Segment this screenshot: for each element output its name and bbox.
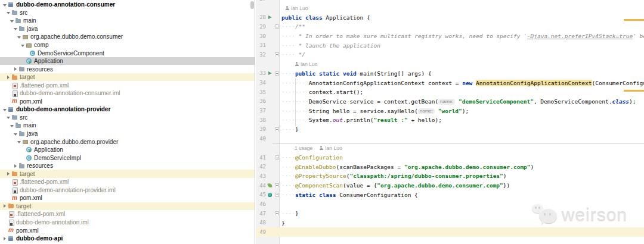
inlay-row[interactable]: Ian Luo: [256, 60, 644, 69]
tree-item[interactable]: pom.xml: [0, 194, 255, 202]
tree-item[interactable]: dubbo-demo-annotation-provider: [0, 105, 255, 114]
code-text: ····@PropertySource("classpath:/spring/d…: [280, 173, 644, 179]
tree-scrollbar[interactable]: [250, 1, 254, 9]
tree-item-label: java: [27, 130, 38, 137]
fold-marker-icon[interactable]: [275, 127, 279, 132]
tree-item[interactable]: .flattened-pom.xml: [0, 178, 255, 186]
author-inlay[interactable]: Ian Luo: [291, 5, 308, 11]
tree-item[interactable]: Application: [0, 57, 255, 65]
code-line[interactable]: 39····}: [256, 125, 644, 134]
chevron-open-icon[interactable]: [13, 132, 18, 136]
code-line[interactable]: 44····@ComponentScan(value = {"org.apach…: [256, 181, 644, 190]
chevron-open-icon[interactable]: [6, 115, 11, 120]
tree-item[interactable]: target: [0, 170, 255, 178]
usage-stripe-marker[interactable]: [624, 19, 644, 21]
code-segment: );: [629, 98, 636, 105]
run-icon[interactable]: [268, 71, 272, 75]
tree-item[interactable]: DemoServiceComponent: [0, 49, 255, 57]
tree-item[interactable]: Application: [0, 146, 255, 154]
code-line[interactable]: 28public class Application {: [256, 12, 644, 22]
fold-marker-icon[interactable]: [275, 71, 279, 76]
code-line[interactable]: 35········context.start();: [256, 87, 644, 97]
fold-marker-icon[interactable]: [275, 52, 279, 57]
tree-item[interactable]: resources: [0, 162, 255, 170]
inlay-row[interactable]: Ian Luo: [256, 4, 644, 13]
code-line[interactable]: 33····public static void main(String[] a…: [256, 69, 644, 79]
chevron-closed-icon[interactable]: [13, 67, 18, 71]
fold-marker-icon[interactable]: [275, 24, 279, 29]
tree-item[interactable]: DemoServiceImpl: [0, 154, 255, 162]
chevron-closed-icon[interactable]: [2, 204, 7, 208]
author-icon: [295, 62, 299, 66]
code-line[interactable]: 31···· * launch the application: [256, 40, 644, 50]
code-line[interactable]: 40: [256, 134, 644, 143]
chevron-open-icon[interactable]: [2, 2, 7, 7]
tree-item[interactable]: src: [0, 9, 255, 17]
code-line[interactable]: 37········String hello = service.sayHell…: [256, 106, 644, 115]
tree-item[interactable]: dubbo-demo-annotation.iml: [0, 218, 255, 227]
chevron-closed-icon[interactable]: [13, 164, 18, 168]
gutter-cell: 45: [256, 190, 280, 199]
code-line[interactable]: 45····static class ConsumerConfiguration…: [256, 190, 644, 199]
usages-inlay[interactable]: 1 usage: [295, 145, 312, 151]
tree-item[interactable]: target: [0, 73, 255, 82]
author-inlay[interactable]: Ian Luo: [301, 61, 317, 67]
chevron-open-icon[interactable]: [17, 139, 21, 144]
code-line[interactable]: 30···· * In order to make sure multicast…: [256, 32, 644, 41]
tree-item[interactable]: java: [0, 130, 255, 138]
inlay-row[interactable]: 1 usageIan Luo: [256, 143, 644, 153]
tree-item-label: dubbo-demo-annotation-consumer: [16, 1, 115, 8]
chat-bubbles-logo-icon: [532, 204, 558, 227]
code-segment: ········: [281, 80, 309, 86]
tree-item[interactable]: org.apache.dubbo.demo.provider: [0, 137, 255, 146]
code-line[interactable]: 32···· */: [256, 50, 644, 60]
chevron-closed-icon[interactable]: [6, 75, 11, 80]
tree-item[interactable]: .flattened-pom.xml: [0, 81, 255, 89]
tree-item-label: target: [20, 74, 35, 80]
tree-item[interactable]: dubbo-demo-annotation-provider.iml: [0, 186, 255, 195]
code-line[interactable]: 41····@Configuration: [256, 153, 644, 162]
tree-item[interactable]: comp: [0, 41, 255, 49]
chevron-open-icon[interactable]: [17, 35, 21, 39]
tree-item[interactable]: main: [0, 121, 255, 130]
tree-item[interactable]: target: [0, 202, 255, 211]
tree-item[interactable]: resources: [0, 65, 255, 73]
code-line[interactable]: 34········AnnotationConfigApplicationCon…: [256, 78, 644, 87]
author-inlay[interactable]: Ian Luo: [325, 145, 342, 151]
chevron-open-icon[interactable]: [20, 43, 25, 48]
chevron-open-icon[interactable]: [10, 123, 14, 128]
chevron-none-icon: [6, 196, 11, 201]
line-number: 32: [256, 52, 266, 58]
code-line[interactable]: 43····@PropertySource("classpath:/spring…: [256, 171, 644, 181]
chevron-open-icon[interactable]: [2, 107, 7, 112]
tree-item[interactable]: pom.xml: [0, 98, 255, 106]
fold-marker-icon[interactable]: [275, 211, 279, 215]
tree-item[interactable]: src: [0, 114, 255, 122]
chevron-open-icon[interactable]: [13, 26, 18, 31]
code-line[interactable]: 36········DemoService service = context.…: [256, 97, 644, 107]
fold-marker-icon[interactable]: [275, 183, 279, 187]
spring-bean2-icon[interactable]: [268, 193, 272, 197]
code-line[interactable]: 29····/**: [256, 22, 644, 32]
tree-item[interactable]: dubbo-demo-annotation-consumer: [0, 1, 255, 9]
tree-item[interactable]: pom.xml: [0, 226, 255, 234]
code-segment: @PropertySource: [295, 173, 346, 179]
code-line[interactable]: 49: [256, 227, 644, 237]
code-line[interactable]: 38········System.out.println("result :" …: [256, 115, 644, 125]
tree-item[interactable]: .flattened-pom.xml: [0, 210, 255, 218]
run-icon[interactable]: [268, 15, 272, 19]
usage-stripe-marker[interactable]: [624, 90, 644, 92]
tree-item[interactable]: java: [0, 25, 255, 33]
tree-item[interactable]: org.apache.dubbo.demo.consumer: [0, 33, 255, 41]
fold-marker-icon[interactable]: [275, 155, 279, 159]
tree-item[interactable]: dubbo-demo-api: [0, 234, 255, 243]
code-line[interactable]: 42····@EnableDubbo(scanBasePackages = "o…: [256, 162, 644, 171]
chevron-closed-icon[interactable]: [6, 171, 11, 176]
tree-item[interactable]: main: [0, 17, 255, 25]
fold-marker-icon[interactable]: [275, 193, 279, 197]
chevron-open-icon[interactable]: [6, 10, 11, 15]
tree-item[interactable]: dubbo-demo-annotation-consumer.iml: [0, 89, 255, 98]
spring-bean-icon[interactable]: [267, 183, 272, 188]
chevron-open-icon[interactable]: [10, 18, 14, 23]
chevron-closed-icon[interactable]: [2, 236, 7, 241]
